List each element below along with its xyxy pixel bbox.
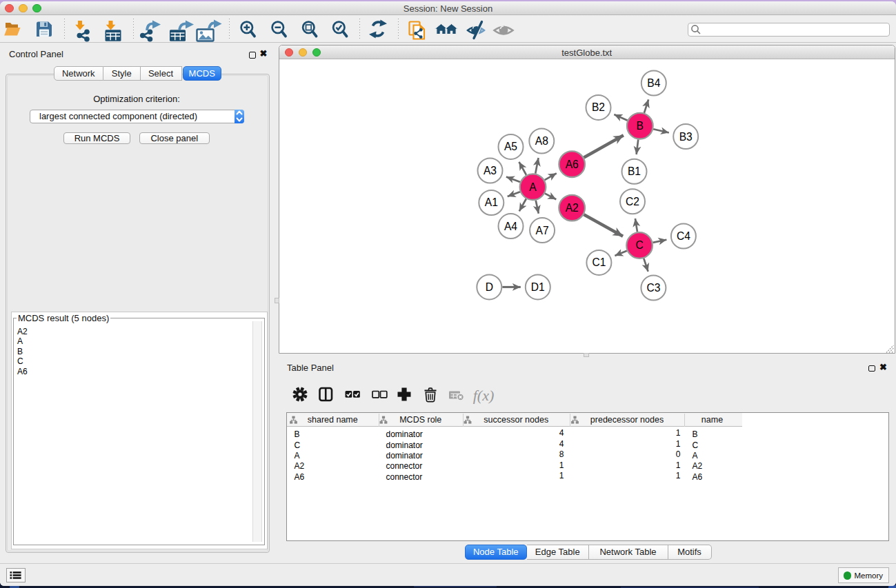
svg-text:C3: C3 (646, 282, 660, 294)
svg-text:B2: B2 (591, 101, 604, 113)
svg-text:A: A (529, 181, 537, 193)
svg-text:A6: A6 (565, 159, 578, 170)
svg-text:D1: D1 (530, 281, 544, 293)
svg-text:C1: C1 (592, 256, 606, 268)
svg-text:A3: A3 (483, 165, 496, 176)
svg-text:B4: B4 (647, 77, 660, 89)
svg-text:B1: B1 (627, 165, 640, 177)
svg-text:B3: B3 (679, 131, 692, 143)
svg-text:A5: A5 (504, 141, 517, 152)
svg-text:A4: A4 (504, 221, 517, 232)
svg-text:C4: C4 (676, 230, 690, 242)
svg-text:A8: A8 (535, 135, 548, 147)
svg-text:A7: A7 (535, 225, 548, 236)
svg-text:C: C (635, 239, 643, 251)
svg-text:C2: C2 (626, 196, 639, 207)
svg-text:A1: A1 (484, 196, 497, 208)
svg-text:A2: A2 (565, 202, 578, 214)
svg-text:B: B (636, 120, 643, 132)
svg-text:D: D (485, 281, 492, 293)
